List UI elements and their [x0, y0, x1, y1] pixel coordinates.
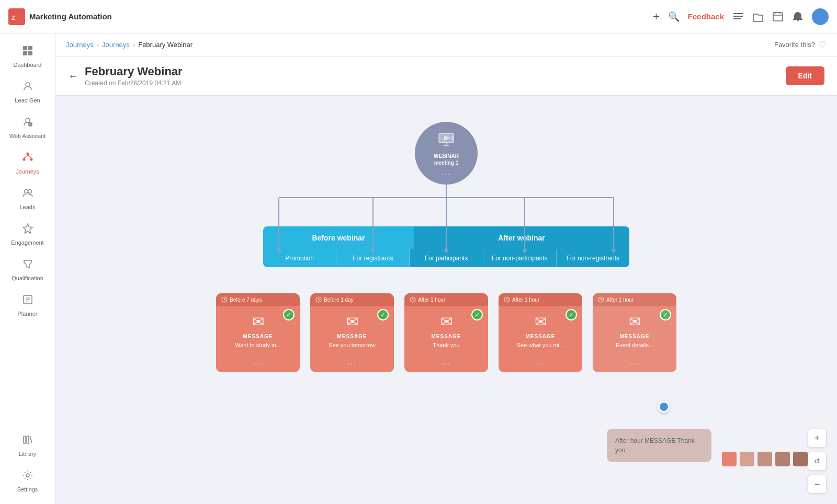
calendar-icon[interactable]	[772, 11, 784, 22]
branch-sub-row: Promotion For registrants For participan…	[263, 249, 629, 267]
sidebar-item-web-assistant[interactable]: ? Web Assistant	[4, 111, 51, 144]
page-subtitle: Created on Feb/26/2019 04:21 AM	[85, 79, 786, 87]
tooltip-card: After hour MESSAGE Thank you	[607, 429, 711, 462]
page-title-section: February Webinar Created on Feb/26/2019 …	[85, 65, 786, 87]
add-button[interactable]: +	[653, 10, 660, 24]
list-icon[interactable]	[732, 11, 744, 22]
feedback-button[interactable]: Feedback	[688, 12, 724, 21]
sidebar-label-library: Library	[19, 451, 37, 457]
clock-icon-0	[221, 296, 228, 303]
swatch-3[interactable]	[775, 452, 790, 466]
sidebar-item-engagement[interactable]: Engagement	[4, 217, 51, 251]
back-button[interactable]: ←	[68, 70, 78, 82]
zoom-in-button[interactable]: +	[808, 429, 827, 448]
webinar-node-dots: ...	[442, 168, 451, 177]
zoom-controls: + ↺ −	[808, 429, 827, 494]
favorite-button[interactable]: Favorite this? ♡	[774, 39, 827, 51]
bell-icon[interactable]	[792, 11, 804, 22]
branch-sub-registrants[interactable]: For registrants	[336, 249, 410, 267]
breadcrumb-journeys-1[interactable]: Journeys	[66, 41, 94, 49]
zoom-out-button[interactable]: −	[808, 475, 827, 494]
message-card-1-timer: Before 1 day	[310, 293, 394, 306]
webinar-node-label: WEBINAR meeting 1	[434, 153, 459, 166]
clock-icon-1	[315, 296, 322, 303]
folder-icon[interactable]	[752, 11, 764, 22]
webinar-node[interactable]: WEBINAR meeting 1 ...	[415, 122, 478, 185]
branch-sub-non-participants[interactable]: For non-participants	[483, 249, 557, 267]
sidebar-label-dashboard: Dashboard	[14, 62, 42, 68]
sidebar-item-qualification[interactable]: Qualification	[4, 253, 51, 287]
svg-line-50	[224, 300, 226, 301]
svg-point-19	[30, 158, 32, 161]
breadcrumb-sep-2: ›	[133, 41, 135, 49]
sidebar-item-planner[interactable]: Planner	[4, 289, 51, 322]
message-card-1[interactable]: Before 1 day ✉ MESSAGE See you tomorrow …	[310, 293, 394, 372]
sidebar-label-settings: Settings	[17, 486, 38, 492]
topbar-actions: + 🔍 Feedback	[653, 8, 829, 25]
sidebar-item-journeys[interactable]: Journeys	[4, 146, 51, 180]
sidebar-item-lead-gen[interactable]: Lead Gen	[4, 75, 51, 109]
swatch-1[interactable]	[740, 452, 754, 466]
user-avatar[interactable]	[812, 8, 829, 25]
branch-sub-participants[interactable]: For participants	[410, 249, 483, 267]
svg-rect-12	[28, 51, 32, 55]
sidebar-item-leads[interactable]: Leads	[4, 182, 51, 215]
leads-icon	[22, 187, 33, 202]
sidebar-item-settings[interactable]: Settings	[4, 464, 51, 498]
branch-header-row: Before webinar After webinar	[263, 226, 629, 249]
clock-icon-3	[504, 296, 510, 303]
zoom-reset-button[interactable]: ↺	[808, 452, 827, 471]
edit-button[interactable]: Edit	[786, 66, 824, 85]
branch-table: Before webinar After webinar Promotion F…	[263, 226, 629, 267]
svg-rect-2	[733, 13, 743, 14]
web-assistant-icon: ?	[22, 116, 33, 131]
engagement-icon	[22, 223, 33, 237]
main-layout: Dashboard Lead Gen ? Web Assistant	[0, 33, 837, 504]
check-badge-0: ✓	[283, 309, 295, 320]
drag-circle[interactable]	[658, 401, 670, 413]
svg-point-14	[26, 118, 30, 122]
swatch-2[interactable]	[757, 452, 772, 466]
swatch-0[interactable]	[722, 452, 737, 466]
zoho-logo-icon: Z	[8, 8, 25, 25]
page-header: ← February Webinar Created on Feb/26/201…	[55, 56, 837, 96]
check-badge-1: ✓	[377, 309, 389, 320]
breadcrumb-current: February Webinar	[138, 41, 193, 49]
swatch-4[interactable]	[793, 452, 808, 466]
sidebar-item-dashboard[interactable]: Dashboard	[4, 40, 51, 73]
svg-rect-4	[733, 18, 741, 19]
branch-header-before: Before webinar	[263, 226, 414, 249]
qualification-icon	[22, 258, 33, 273]
message-card-4[interactable]: After 1 hour ✉ MESSAGE Event details... …	[593, 293, 676, 372]
branch-sub-non-registrants[interactable]: For non-registrants	[557, 249, 629, 267]
color-swatches	[722, 452, 808, 466]
branch-sub-promotion[interactable]: Promotion	[263, 249, 336, 267]
sidebar-label-qualification: Qualification	[12, 275, 43, 281]
heart-icon: ♡	[818, 39, 827, 51]
app-title: Marketing Automation	[29, 12, 112, 21]
svg-point-23	[28, 190, 31, 193]
search-button[interactable]: 🔍	[668, 11, 680, 22]
clock-icon-2	[410, 296, 416, 303]
breadcrumb-journeys-2[interactable]: Journeys	[102, 41, 130, 49]
sidebar-label-web-assistant: Web Assistant	[9, 133, 46, 139]
sidebar-label-leads: Leads	[20, 204, 36, 210]
library-icon	[22, 434, 33, 449]
breadcrumb: Journeys › Journeys › February Webinar	[66, 41, 774, 49]
webinar-node-icon	[437, 130, 456, 153]
svg-point-22	[24, 190, 28, 193]
message-card-0[interactable]: Before 7 days ✉ MESSAGE Want to study in…	[216, 293, 300, 372]
breadcrumb-bar: Journeys › Journeys › February Webinar F…	[55, 33, 837, 56]
favorite-label: Favorite this?	[774, 41, 815, 49]
svg-line-21	[28, 155, 31, 158]
svg-rect-10	[28, 46, 32, 50]
webinar-icon	[437, 130, 456, 149]
message-card-2-timer: After 1 hour	[404, 293, 488, 306]
canvas-inner: WEBINAR meeting 1 ... Before webinar Aft…	[71, 111, 821, 477]
message-card-3[interactable]: After 1 hour ✉ MESSAGE See what you mi..…	[499, 293, 582, 372]
message-card-2[interactable]: After 1 hour ✉ MESSAGE Thank you ... ✓	[404, 293, 488, 372]
sidebar-item-library[interactable]: Library	[4, 429, 51, 462]
svg-point-31	[26, 474, 29, 477]
topbar: Z Marketing Automation + 🔍 Feedback	[0, 0, 837, 33]
svg-rect-0	[8, 8, 25, 25]
